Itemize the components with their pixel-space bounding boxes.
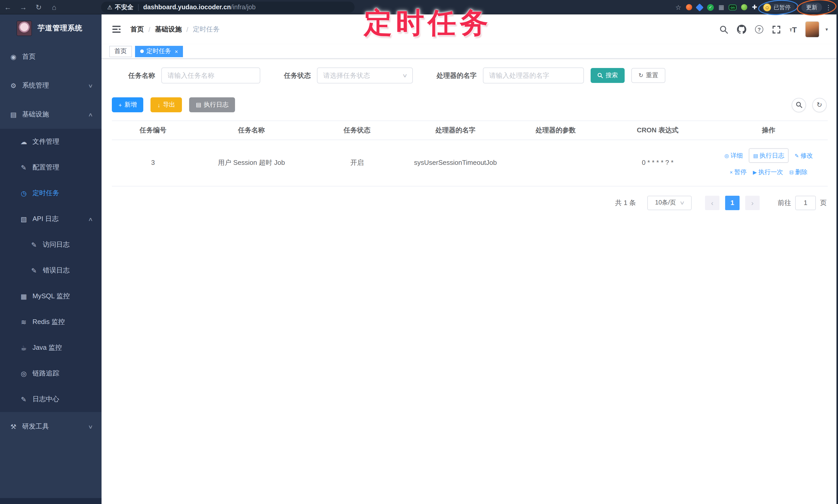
sidebar-item-error-logs[interactable]: ✎ 错误日志	[0, 257, 102, 283]
play-icon: ▶	[753, 168, 757, 177]
cloud-icon: ☁	[20, 138, 28, 145]
browser-extensions-area: ☆ ✓ ▦ on ✚ ☺ 已暂停 更新 ⋮	[676, 0, 834, 14]
row-exec-log-label: 执行日志	[760, 150, 784, 161]
search-icon[interactable]	[719, 25, 728, 34]
edit-link[interactable]: ✎ 修改	[795, 150, 813, 161]
task-status-select[interactable]: 请选择任务状态 ∨	[317, 68, 413, 84]
delete-label: 删除	[795, 167, 808, 178]
sidebar-item-scheduled-tasks[interactable]: ◷ 定时任务	[0, 180, 102, 206]
task-name-input[interactable]	[161, 68, 260, 84]
tag-scheduled-tasks[interactable]: 定时任务 ×	[135, 46, 183, 57]
doc-icon: ✎	[30, 241, 38, 249]
extension-icon-orange[interactable]	[686, 4, 692, 10]
main-area: 首页 / 基础设施 / 定时任务 ?	[102, 14, 838, 504]
update-button[interactable]: 更新	[801, 2, 822, 12]
fullscreen-icon[interactable]	[772, 25, 781, 34]
breadcrumb-current: 定时任务	[193, 25, 220, 34]
prev-page-button[interactable]: ‹	[705, 196, 719, 210]
browser-back-icon[interactable]: ←	[0, 3, 15, 11]
infrastructure-submenu: ☁ 文件管理 ✎ 配置管理 ◷ 定时任务 ▧ API 日志 ∧	[0, 129, 102, 412]
sidebar-item-label: 配置管理	[33, 163, 59, 172]
help-icon[interactable]: ?	[755, 25, 763, 34]
browser-home-icon[interactable]: ⌂	[46, 3, 62, 11]
sidebar-item-label: 文件管理	[33, 137, 59, 146]
address-divider	[138, 4, 139, 11]
col-task-name: 任务名称	[194, 121, 309, 140]
table-row: 3 用户 Session 超时 Job 开启 sysUserSessionTim…	[112, 140, 828, 186]
exec-log-button[interactable]: ▤ 执行日志	[189, 97, 235, 112]
sidebar-item-system-management[interactable]: ⚙ 系统管理 ∨	[0, 71, 102, 100]
detail-label: 详细	[731, 150, 743, 161]
tag-label: 定时任务	[146, 47, 171, 56]
sidebar-item-home[interactable]: ◉ 首页	[0, 42, 102, 71]
font-size-icon[interactable]: тT	[789, 25, 797, 34]
not-secure-warning-icon: ⚠	[107, 4, 112, 11]
header-action-icons: ? тT ▼	[719, 22, 829, 37]
row-exec-log-link[interactable]: ▤ 执行日志	[749, 148, 788, 163]
pause-link[interactable]: × 暂停	[730, 167, 747, 178]
cell-cron: 0 * * * * ? *	[606, 140, 710, 186]
goto-page-input[interactable]	[795, 196, 816, 210]
toggle-search-button[interactable]	[792, 97, 806, 112]
extension-icon-grid[interactable]: ▦	[718, 4, 724, 11]
bookmark-star-icon[interactable]: ☆	[676, 3, 681, 11]
sidebar-item-infrastructure[interactable]: ▤ 基础设施 ∧	[0, 100, 102, 129]
sidebar-item-api-logs[interactable]: ▧ API 日志 ∧	[0, 206, 102, 232]
sidebar-item-redis-monitor[interactable]: ≋ Redis 监控	[0, 309, 102, 335]
extension-icon-green[interactable]: ✓	[707, 4, 714, 11]
browser-menu-icon[interactable]: ⋮	[825, 3, 832, 11]
sidebar-item-access-logs[interactable]: ✎ 访问日志	[0, 232, 102, 257]
browser-forward-icon[interactable]: →	[15, 3, 31, 11]
hamburger-icon[interactable]	[108, 21, 125, 38]
tag-close-icon[interactable]: ×	[175, 48, 178, 54]
active-tag-dot	[140, 50, 144, 53]
sidebar-item-log-center[interactable]: ✎ 日志中心	[0, 386, 102, 412]
browser-reload-icon[interactable]: ↻	[31, 3, 46, 11]
task-status-placeholder: 请选择任务状态	[323, 71, 370, 80]
add-button[interactable]: + 新增	[112, 97, 143, 112]
next-page-button[interactable]: ›	[745, 196, 760, 210]
sidebar-logo-row[interactable]: 芋道管理系统	[0, 14, 102, 42]
reset-button[interactable]: ↻ 重置	[631, 68, 665, 83]
user-avatar[interactable]	[805, 22, 819, 37]
paused-label: 已暂停	[773, 3, 790, 11]
task-name-label: 任务名称	[128, 71, 155, 80]
gear-icon: ⚙	[9, 82, 18, 89]
breadcrumb: 首页 / 基础设施 / 定时任务	[130, 25, 220, 34]
current-page-button[interactable]: 1	[725, 196, 739, 210]
cell-handler-name: sysUserSessionTimeoutJob	[405, 140, 506, 186]
breadcrumb-infrastructure[interactable]: 基础设施	[155, 25, 182, 34]
col-handler-param: 处理器的参数	[506, 121, 606, 140]
refresh-table-button[interactable]: ↻	[812, 97, 827, 112]
avatar-caret-down-icon[interactable]: ▼	[825, 27, 829, 32]
extensions-puzzle-icon[interactable]: ✚	[752, 4, 757, 11]
select-chevron-down-icon: ∨	[679, 200, 685, 206]
extension-icon-blue[interactable]	[696, 3, 704, 11]
run-once-link[interactable]: ▶ 执行一次	[753, 167, 783, 178]
detail-link[interactable]: ◎ 详细	[724, 150, 743, 161]
github-icon[interactable]	[737, 25, 746, 34]
tools-icon: ⚒	[9, 422, 18, 430]
sidebar-item-file-management[interactable]: ☁ 文件管理	[0, 129, 102, 155]
extension-icon-leaf[interactable]	[741, 4, 747, 10]
search-button[interactable]: 搜索	[591, 68, 625, 83]
breadcrumb-home[interactable]: 首页	[130, 25, 144, 34]
tag-home[interactable]: 首页	[109, 46, 132, 57]
handler-name-input[interactable]	[483, 68, 584, 84]
page-size-select[interactable]: 10条/页 ∨	[647, 196, 692, 210]
export-button[interactable]: ↓ 导出	[151, 97, 182, 112]
browser-toolbar: ← → ↻ ⌂ ⚠ 不安全 dashboard.yudao.iocoder.cn…	[0, 0, 838, 14]
sidebar-item-label: Redis 监控	[33, 317, 65, 327]
address-bar[interactable]: ⚠ 不安全 dashboard.yudao.iocoder.cn /infra/…	[101, 2, 354, 13]
sidebar-item-java-monitor[interactable]: ☕ Java 监控	[0, 335, 102, 361]
sidebar-item-tracing[interactable]: ◎ 链路追踪	[0, 361, 102, 386]
sidebar-item-label: 基础设施	[22, 110, 49, 119]
sidebar-item-config-management[interactable]: ✎ 配置管理	[0, 155, 102, 180]
sidebar-item-dev-tools[interactable]: ⚒ 研发工具 ∨	[0, 412, 102, 441]
sidebar-item-mysql-monitor[interactable]: ▦ MySQL 监控	[0, 283, 102, 309]
url-path: /infra/job	[231, 4, 256, 11]
page-size-value: 10条/页	[655, 199, 676, 207]
delete-link[interactable]: ⊟ 删除	[789, 167, 808, 178]
extension-on-badge[interactable]: on	[729, 4, 736, 10]
extension-paused-chip[interactable]: ☺ 已暂停	[762, 2, 795, 12]
